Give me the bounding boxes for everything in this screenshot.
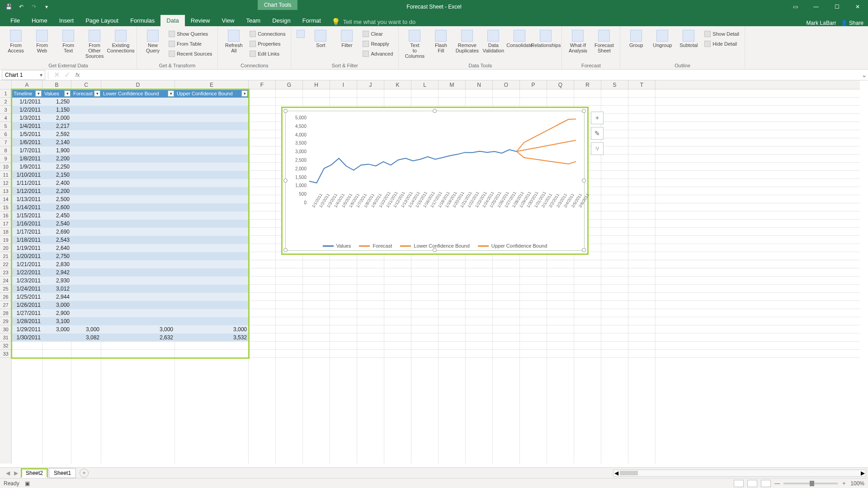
sort-az-button[interactable] [295, 29, 307, 38]
advanced-button[interactable]: Advanced [361, 49, 395, 58]
row-header-14[interactable]: 14 [0, 195, 11, 203]
row-header-18[interactable]: 18 [0, 228, 11, 236]
relationships-button[interactable]: Relationships [533, 29, 558, 48]
cancel-formula-icon[interactable]: ✕ [54, 70, 60, 79]
row-header-26[interactable]: 26 [0, 293, 11, 301]
ungroup-button[interactable]: Ungroup [650, 29, 675, 48]
col-header-Q[interactable]: Q [547, 80, 574, 89]
table-header-forecast[interactable]: Forecast▾ [71, 89, 101, 98]
cell[interactable]: 1/9/2011 [12, 163, 42, 171]
row-header-16[interactable]: 16 [0, 211, 11, 220]
cell[interactable]: 1/6/2011 [12, 138, 42, 146]
cell[interactable]: 1/16/2011 [12, 220, 42, 228]
cell[interactable]: 3,100 [42, 317, 71, 325]
cell[interactable]: 2,930 [42, 277, 71, 285]
tab-data[interactable]: Data [160, 15, 184, 26]
cell[interactable]: 1/2/2011 [12, 106, 42, 114]
tab-view[interactable]: View [216, 15, 240, 26]
cell[interactable]: 2,200 [42, 155, 71, 163]
qat-customize-icon[interactable]: ▾ [42, 2, 52, 12]
share-button[interactable]: 👤 Share [841, 20, 863, 26]
cell[interactable]: 1/20/2011 [12, 252, 42, 260]
edit-links-button[interactable]: Edit Links [248, 49, 287, 58]
from-access-button[interactable]: FromAccess [4, 29, 28, 53]
cell[interactable]: 1/19/2011 [12, 244, 42, 252]
zoom-out-button[interactable]: — [774, 480, 780, 487]
from-table-button[interactable]: From Table [167, 39, 214, 48]
chart-handle[interactable] [283, 248, 288, 252]
chart-handle[interactable] [582, 109, 586, 113]
text-to-columns-button[interactable]: TexttoColumns [402, 29, 427, 59]
formula-input[interactable] [82, 72, 860, 78]
filter-dropdown-icon[interactable]: ▾ [168, 90, 174, 97]
cell[interactable]: 1/17/2011 [12, 228, 42, 236]
cell[interactable]: 2,500 [42, 195, 71, 203]
close-icon[interactable]: ✕ [847, 0, 868, 14]
col-header-C[interactable]: C [71, 80, 101, 89]
col-header-P[interactable]: P [520, 80, 547, 89]
col-header-M[interactable]: M [439, 80, 466, 89]
new-query-button[interactable]: NewQuery [141, 29, 165, 53]
cell[interactable]: 1/3/2011 [12, 114, 42, 122]
macro-record-icon[interactable]: ▣ [25, 480, 30, 487]
cell[interactable]: 1/29/2011 [12, 325, 42, 333]
sheet-tab-sheet1[interactable]: Sheet1 [49, 468, 76, 478]
horizontal-scrollbar[interactable]: ◀▶ [613, 469, 866, 477]
row-header-17[interactable]: 17 [0, 220, 11, 228]
filter-button[interactable]: Filter [335, 29, 359, 48]
cell[interactable]: 1/8/2011 [12, 155, 42, 163]
enter-formula-icon[interactable]: ✓ [64, 70, 70, 79]
flash-fill-button[interactable]: FlashFill [429, 29, 453, 53]
cell[interactable]: 1,900 [42, 146, 71, 155]
cell[interactable]: 2,200 [42, 187, 71, 195]
row-header-29[interactable]: 29 [0, 317, 11, 325]
row-header-33[interactable]: 33 [0, 350, 11, 358]
cell[interactable]: 3,000 [101, 325, 175, 333]
cell[interactable]: 1/28/2011 [12, 317, 42, 325]
cell[interactable]: 1/10/2011 [12, 171, 42, 179]
row-header-4[interactable]: 4 [0, 114, 11, 122]
cell[interactable]: 1/4/2011 [12, 122, 42, 130]
chart-handle[interactable] [582, 248, 586, 252]
row-header-9[interactable]: 9 [0, 155, 11, 163]
col-header-G[interactable]: G [276, 80, 303, 89]
tab-formulas[interactable]: Formulas [124, 15, 160, 26]
row-header-28[interactable]: 28 [0, 309, 11, 317]
row-header-27[interactable]: 27 [0, 301, 11, 309]
forecast-chart[interactable]: ValuesForecastLower Confidence BoundUppe… [281, 107, 589, 255]
show-queries-button[interactable]: Show Queries [167, 29, 214, 38]
cell[interactable]: 3,012 [42, 285, 71, 293]
cell[interactable]: 3,000 [42, 301, 71, 309]
col-header-K[interactable]: K [384, 80, 411, 89]
chart-elements-button[interactable]: ＋ [591, 112, 604, 124]
cell[interactable]: 2,690 [42, 228, 71, 236]
tab-design[interactable]: Design [266, 15, 296, 26]
chart-handle[interactable] [433, 109, 437, 113]
cell[interactable]: 2,830 [42, 260, 71, 268]
recent-sources-button[interactable]: Recent Sources [167, 49, 214, 58]
tab-insert[interactable]: Insert [53, 15, 80, 26]
chart-handle[interactable] [283, 178, 288, 183]
redo-icon[interactable]: ↷ [29, 2, 39, 12]
subtotal-button[interactable]: Subtotal [676, 29, 701, 48]
col-header-B[interactable]: B [42, 80, 71, 89]
filter-dropdown-icon[interactable]: ▾ [241, 90, 248, 97]
row-header-10[interactable]: 10 [0, 163, 11, 171]
chart-handle[interactable] [582, 178, 586, 183]
page-break-view-button[interactable] [761, 480, 771, 487]
tellme-input[interactable] [343, 19, 434, 25]
worksheet-grid[interactable]: ABCDEFGHIJKLMNOPQRST 1234567891011121314… [0, 80, 868, 474]
cell[interactable]: 2,750 [42, 252, 71, 260]
row-header-11[interactable]: 11 [0, 171, 11, 179]
row-header-12[interactable]: 12 [0, 179, 11, 187]
col-header-H[interactable]: H [303, 80, 330, 89]
cell[interactable]: 2,543 [42, 236, 71, 244]
cell[interactable]: 3,000 [71, 325, 101, 333]
forecast-sheet-button[interactable]: ForecastSheet [592, 29, 616, 53]
cell[interactable]: 1/13/2011 [12, 195, 42, 203]
group-button[interactable]: Group [624, 29, 648, 48]
new-sheet-button[interactable]: ＋ [80, 469, 89, 478]
data-validation-button[interactable]: DataValidation [481, 29, 505, 53]
expand-formula-icon[interactable]: ⌄ [860, 70, 868, 79]
col-header-T[interactable]: T [628, 80, 656, 89]
